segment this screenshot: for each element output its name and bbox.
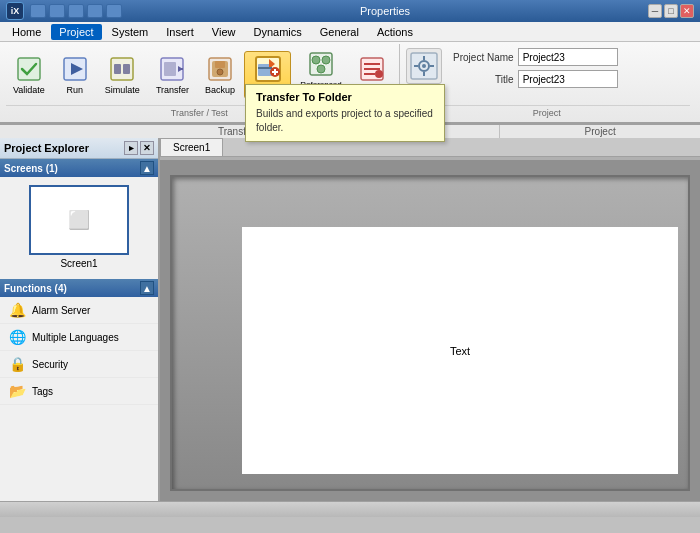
title-action-btn-4[interactable]	[87, 4, 103, 18]
main-area: Project Explorer ▸ ✕ Screens (1) ▲ ⬜ Scr…	[0, 138, 700, 501]
maximize-button[interactable]: □	[664, 4, 678, 18]
panel-controls: ▸ ✕	[124, 141, 154, 155]
window-controls: ─ □ ✕	[648, 4, 694, 18]
run-button[interactable]: Run	[54, 51, 96, 99]
backup-label: Backup	[205, 85, 235, 95]
simulate-icon	[108, 55, 136, 83]
canvas-outer: Text	[160, 160, 700, 501]
svg-point-29	[375, 70, 383, 78]
ribbon-group-project: Project Name Title Project	[402, 44, 696, 120]
tooltip-title: Transfer To Folder	[256, 91, 434, 103]
close-button[interactable]: ✕	[680, 4, 694, 18]
simulate-label: Simulate	[105, 85, 140, 95]
screens-collapse-button[interactable]: ▲	[140, 161, 154, 175]
backup-button[interactable]: Backup	[198, 51, 242, 99]
functions-collapse-button[interactable]: ▲	[140, 281, 154, 295]
svg-rect-4	[114, 64, 121, 74]
security-item[interactable]: 🔒 Security	[0, 351, 158, 378]
run-icon	[61, 55, 89, 83]
menu-general[interactable]: General	[312, 24, 367, 40]
panel-close-button[interactable]: ✕	[140, 141, 154, 155]
panel-header: Project Explorer ▸ ✕	[0, 138, 158, 159]
canvas-tab-screen1[interactable]: Screen1	[160, 138, 223, 156]
canvas-white-area[interactable]: Text	[242, 227, 678, 474]
svg-point-13	[217, 69, 223, 75]
svg-point-22	[312, 56, 320, 64]
tooltip-description: Builds and exports project to a specifie…	[256, 107, 434, 135]
canvas-bevel-frame: Text	[170, 175, 690, 491]
panel-title: Project Explorer	[4, 142, 89, 154]
menu-system[interactable]: System	[104, 24, 157, 40]
section-label-project: Project	[500, 125, 700, 138]
title-bar-actions	[30, 4, 122, 18]
functions-section: Functions (4) ▲ 🔔 Alarm Server 🌐 Multipl…	[0, 279, 158, 405]
svg-point-32	[422, 64, 426, 68]
menu-bar: Home Project System Insert View Dynamics…	[0, 22, 700, 42]
validate-icon	[15, 55, 43, 83]
svg-point-24	[317, 65, 325, 73]
title-bar: iX Properties ─ □ ✕	[0, 0, 700, 22]
ribbon-group-label-project: Project	[404, 105, 690, 118]
multiple-languages-label: Multiple Languages	[32, 332, 119, 343]
menu-dynamics[interactable]: Dynamics	[245, 24, 309, 40]
referenced-icon	[307, 50, 335, 78]
tooltip: Transfer To Folder Builds and exports pr…	[245, 84, 445, 142]
screen1-thumbnail: ⬜	[29, 185, 129, 255]
project-title-label: Title	[444, 74, 514, 85]
tags-icon: 📂	[8, 382, 26, 400]
screens-section-label: Screens (1)	[4, 163, 58, 174]
title-action-btn-3[interactable]	[68, 4, 84, 18]
svg-point-23	[322, 56, 330, 64]
simulate-button[interactable]: Simulate	[98, 51, 147, 99]
screen1-item[interactable]: ⬜ Screen1	[0, 177, 158, 277]
alarm-server-label: Alarm Server	[32, 305, 90, 316]
functions-section-header[interactable]: Functions (4) ▲	[0, 279, 158, 297]
project-explorer: Project Explorer ▸ ✕ Screens (1) ▲ ⬜ Scr…	[0, 138, 160, 501]
functions-section-label: Functions (4)	[4, 283, 67, 294]
transfer-left-button[interactable]: Transfer	[149, 51, 196, 99]
ribbon-transfer-buttons: Validate Run	[6, 46, 393, 103]
multiple-languages-item[interactable]: 🌐 Multiple Languages	[0, 324, 158, 351]
run-label: Run	[67, 85, 84, 95]
menu-actions[interactable]: Actions	[369, 24, 421, 40]
panel-pin-button[interactable]: ▸	[124, 141, 138, 155]
project-fields: Project Name Title	[444, 48, 618, 88]
alarm-server-icon: 🔔	[8, 301, 26, 319]
ribbon-content: Validate Run	[0, 42, 700, 122]
tags-label: Tags	[32, 386, 53, 397]
settings-icon[interactable]	[406, 48, 442, 84]
app-logo: iX	[6, 2, 24, 20]
screens-section-header[interactable]: Screens (1) ▲	[0, 159, 158, 177]
transfer-active-button[interactable]: Transfer Transfer To Folder Builds and e…	[244, 51, 291, 99]
svg-rect-17	[258, 67, 272, 69]
validate-button[interactable]: Validate	[6, 51, 52, 99]
security-icon: 🔒	[8, 355, 26, 373]
menu-home[interactable]: Home	[4, 24, 49, 40]
title-action-btn-1[interactable]	[30, 4, 46, 18]
svg-rect-7	[164, 62, 176, 76]
menu-view[interactable]: View	[204, 24, 244, 40]
project-name-row: Project Name	[444, 48, 618, 66]
backup-icon	[206, 55, 234, 83]
menu-project[interactable]: Project	[51, 24, 101, 40]
svg-rect-5	[123, 64, 130, 74]
ribbon-group-transfer-test: Validate Run	[4, 44, 400, 120]
title-action-btn-5[interactable]	[106, 4, 122, 18]
project-name-input[interactable]	[518, 48, 618, 66]
security-label: Security	[32, 359, 68, 370]
minimize-button[interactable]: ─	[648, 4, 662, 18]
tags-item[interactable]: 📂 Tags	[0, 378, 158, 405]
project-title-input[interactable]	[518, 70, 618, 88]
status-bar	[0, 501, 700, 517]
title-bar-title: Properties	[128, 5, 642, 17]
transfer-left-label: Transfer	[156, 85, 189, 95]
alarm-server-item[interactable]: 🔔 Alarm Server	[0, 297, 158, 324]
title-action-btn-2[interactable]	[49, 4, 65, 18]
canvas-text: Text	[450, 345, 470, 357]
canvas-area: Screen1 Text	[160, 138, 700, 501]
svg-rect-12	[215, 61, 225, 68]
ribbon: Validate Run	[0, 42, 700, 124]
project-name-label: Project Name	[444, 52, 514, 63]
multiple-languages-icon: 🌐	[8, 328, 26, 346]
menu-insert[interactable]: Insert	[158, 24, 202, 40]
